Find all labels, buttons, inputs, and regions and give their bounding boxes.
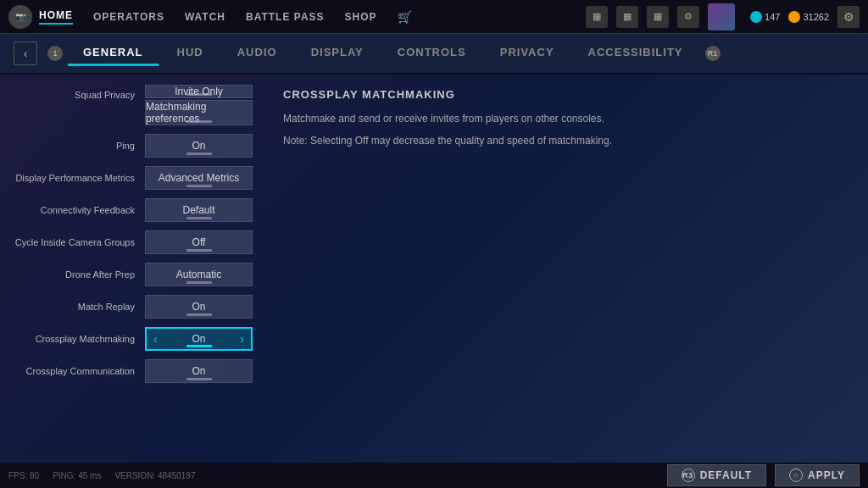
setting-squad-privacy: Squad Privacy Invite Only Matchmaking pr… xyxy=(0,81,263,129)
version-display: VERSION: 48450197 xyxy=(114,471,195,480)
crossplay-mm-arrow-left[interactable]: ‹ xyxy=(153,332,158,346)
info-panel-desc2: Note: Selecting Off may decrease the qua… xyxy=(283,133,848,148)
main-content: Squad Privacy Invite Only Matchmaking pr… xyxy=(0,75,868,463)
setting-cycle-camera: Cycle Inside Camera Groups Off xyxy=(0,227,263,258)
squad-privacy-value[interactable]: Invite Only xyxy=(145,85,253,98)
ping-value[interactable]: On xyxy=(145,134,253,158)
nav-icon-box-3: ▦ xyxy=(647,6,669,28)
drone-prep-label: Drone After Prep xyxy=(14,269,145,280)
player-avatar[interactable] xyxy=(708,3,735,30)
connectivity-label: Connectivity Feedback xyxy=(14,205,145,215)
apply-button[interactable]: ○ APPLY xyxy=(775,464,860,486)
crossplay-mm-arrow-right[interactable]: › xyxy=(240,332,244,346)
bottom-actions: R3 DEFAULT ○ APPLY xyxy=(667,464,860,486)
currency-icon-2 xyxy=(788,11,800,23)
currency-display-2: 31262 xyxy=(788,11,829,23)
crossplay-comm-label: Crossplay Communication xyxy=(14,366,145,376)
currency-value-2: 31262 xyxy=(803,12,829,22)
cycle-camera-indicator xyxy=(186,249,212,252)
apply-btn-label: APPLY xyxy=(808,469,845,481)
setting-crossplay-comm: Crossplay Communication On xyxy=(0,356,263,386)
connectivity-value[interactable]: Default xyxy=(145,198,253,222)
nav-right-section: ▦ ▦ ▦ ⚙ 147 31262 ⚙ xyxy=(586,3,860,30)
ping-display: PING: 45 ms xyxy=(53,471,101,480)
drone-prep-value[interactable]: Automatic xyxy=(145,263,253,286)
squad-privacy-label: Squad Privacy xyxy=(14,85,145,100)
control-indicator-2 xyxy=(186,120,212,123)
tab-audio[interactable]: AUDIO xyxy=(222,41,292,66)
nav-item-operators[interactable]: OPERATORS xyxy=(93,11,164,23)
settings-list: Squad Privacy Invite Only Matchmaking pr… xyxy=(0,75,263,463)
tab-display[interactable]: DISPLAY xyxy=(296,41,379,66)
display-perf-indicator xyxy=(186,185,212,187)
nav-icon-box-4: ⚙ xyxy=(677,6,699,28)
back-button[interactable]: ‹ xyxy=(14,42,37,65)
shop-icon: 🛒 xyxy=(398,10,412,24)
crossplay-mm-label: Crossplay Matchmaking xyxy=(14,334,145,344)
default-button[interactable]: R3 DEFAULT xyxy=(667,464,766,486)
info-panel: CROSSPLAY MATCHMAKING Matchmake and send… xyxy=(263,75,868,463)
default-btn-label: DEFAULT xyxy=(700,469,752,481)
crossplay-comm-indicator xyxy=(186,378,212,380)
tab-hud[interactable]: HUD xyxy=(162,41,219,66)
game-logo: 📷 xyxy=(8,5,32,29)
drone-prep-indicator xyxy=(186,281,212,284)
crossplay-mm-indicator xyxy=(186,345,212,347)
crossplay-comm-value[interactable]: On xyxy=(145,359,253,383)
nav-icon-box-2: ▦ xyxy=(616,6,638,28)
nav-icon-box-1: ▦ xyxy=(586,6,608,28)
tab-badge-accessibility: R1 xyxy=(705,46,721,61)
match-replay-value[interactable]: On xyxy=(145,295,253,319)
nav-item-battlepass[interactable]: BATTLE PASS xyxy=(246,11,325,23)
settings-gear-icon[interactable]: ⚙ xyxy=(837,6,860,28)
currency-value-1: 147 xyxy=(765,12,780,22)
squad-privacy-controls: Invite Only Matchmaking preferences xyxy=(145,85,253,125)
setting-match-replay: Match Replay On xyxy=(0,291,263,322)
setting-ping: Ping On xyxy=(0,130,263,161)
bottom-status: FPS: 80 PING: 45 ms VERSION: 48450197 xyxy=(8,471,195,480)
apply-btn-icon: ○ xyxy=(789,469,803,482)
currency-icon-1 xyxy=(750,11,762,23)
nav-menu: HOME OPERATORS WATCH BATTLE PASS SHOP 🛒 xyxy=(39,9,586,25)
tab-general[interactable]: GENERAL xyxy=(68,41,159,66)
setting-crossplay-matchmaking: Crossplay Matchmaking ‹ On › xyxy=(0,324,263,354)
cycle-camera-value[interactable]: Off xyxy=(145,230,253,254)
settings-tab-bar: ‹ 1 GENERAL HUD AUDIO DISPLAY CONTROLS P… xyxy=(0,34,868,75)
ping-indicator xyxy=(186,152,212,155)
setting-connectivity: Connectivity Feedback Default xyxy=(0,195,263,225)
setting-display-perf: Display Performance Metrics Advanced Met… xyxy=(0,163,263,193)
ping-label: Ping xyxy=(14,141,145,151)
bottom-bar: FPS: 80 PING: 45 ms VERSION: 48450197 R3… xyxy=(0,463,868,488)
matchmaking-pref-value[interactable]: Matchmaking preferences xyxy=(145,100,253,125)
info-panel-desc1: Matchmake and send or receive invites fr… xyxy=(283,111,848,126)
display-perf-value[interactable]: Advanced Metrics xyxy=(145,166,253,190)
top-navigation: 📷 HOME OPERATORS WATCH BATTLE PASS SHOP … xyxy=(0,0,868,34)
tab-privacy[interactable]: PRIVACY xyxy=(485,41,570,66)
cycle-camera-label: Cycle Inside Camera Groups xyxy=(14,237,145,247)
connectivity-indicator xyxy=(186,217,212,219)
match-replay-indicator xyxy=(186,313,212,316)
default-btn-icon: R3 xyxy=(682,469,695,482)
info-panel-title: CROSSPLAY MATCHMAKING xyxy=(283,88,848,101)
tab-controls[interactable]: CONTROLS xyxy=(382,41,481,66)
currency-display-1: 147 xyxy=(750,11,780,23)
nav-item-shop[interactable]: SHOP xyxy=(345,11,377,23)
tab-accessibility[interactable]: ACCESSIBILITY xyxy=(573,41,698,66)
display-perf-label: Display Performance Metrics xyxy=(14,173,145,183)
nav-item-home[interactable]: HOME xyxy=(39,9,73,25)
setting-drone-prep: Drone After Prep Automatic xyxy=(0,259,263,290)
crossplay-mm-value[interactable]: ‹ On › xyxy=(145,327,253,351)
control-indicator xyxy=(186,93,212,96)
match-replay-label: Match Replay xyxy=(14,302,145,312)
fps-display: FPS: 80 xyxy=(8,471,39,480)
camera-icon: 📷 xyxy=(15,12,25,21)
tab-badge-general: 1 xyxy=(47,46,63,61)
nav-item-watch[interactable]: WATCH xyxy=(185,11,225,23)
